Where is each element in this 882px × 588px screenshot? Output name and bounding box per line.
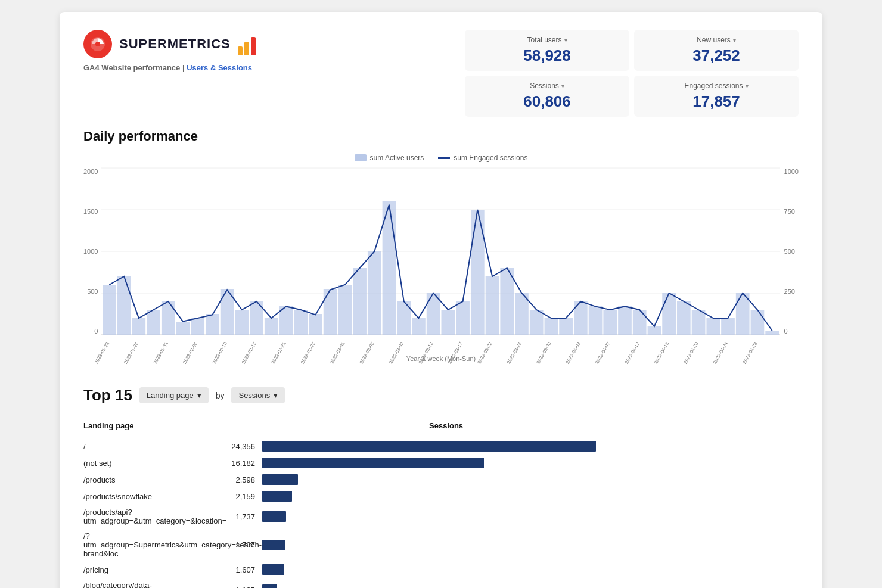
svg-rect-21: [309, 314, 323, 335]
svg-rect-38: [560, 318, 573, 335]
metric-new-users-dropdown-icon[interactable]: ▾: [733, 37, 736, 43]
top15-section: Top 15 Landing page ▾ by Sessions ▾ Land…: [83, 386, 799, 588]
metric-total-users-dropdown-icon[interactable]: ▾: [564, 37, 567, 43]
logo-text: SUPERMETRICS: [119, 36, 231, 52]
svg-rect-18: [265, 318, 278, 335]
landing-page-cell: /blog/category/data-analytics/visualizat…: [83, 581, 215, 588]
breadcrumb: GA4 Website performance | Users & Sessio…: [83, 63, 256, 72]
sessions-dropdown[interactable]: Sessions ▾: [231, 387, 285, 403]
top15-title: Top 15: [83, 386, 132, 405]
landing-page-cell: /products: [83, 475, 215, 484]
svg-rect-51: [751, 310, 765, 335]
svg-rect-34: [501, 268, 514, 335]
supermetrics-logo-icon: [83, 30, 112, 58]
svg-rect-12: [176, 322, 190, 335]
top15-table: Landing page Sessions /24,356(not set)16…: [83, 416, 799, 588]
table-row: /24,356: [83, 438, 799, 455]
svg-rect-30: [442, 310, 455, 335]
landing-page-cell: /products/snowflake: [83, 492, 215, 501]
svg-rect-44: [648, 326, 662, 335]
legend-line-swatch: [438, 157, 450, 159]
top15-header: Top 15 Landing page ▾ by Sessions ▾: [83, 386, 799, 405]
col-header-sessions: Sessions: [429, 421, 799, 430]
svg-rect-16: [235, 310, 249, 335]
metric-total-users: Total users ▾ 58,928: [465, 30, 629, 71]
svg-rect-9: [132, 318, 146, 335]
svg-rect-46: [677, 301, 691, 335]
svg-rect-14: [206, 314, 220, 335]
header: SUPERMETRICS GA4 Website performance | U…: [83, 30, 799, 117]
sessions-bar: [262, 540, 285, 550]
top15-rows: /24,356(not set)16,182/products2,598/pro…: [83, 438, 799, 588]
metric-engaged-sessions-label: Engaged sessions: [684, 82, 743, 90]
sessions-bar: [262, 584, 277, 588]
metric-total-users-label: Total users: [527, 36, 561, 44]
table-row: /products2,598: [83, 471, 799, 488]
sessions-value-cell: 1,105: [215, 586, 262, 589]
metric-new-users-value: 37,252: [644, 46, 789, 65]
svg-rect-37: [545, 318, 558, 335]
svg-rect-10: [147, 310, 161, 335]
by-text: by: [216, 391, 225, 400]
legend-bar-swatch: [355, 154, 367, 161]
svg-rect-42: [619, 306, 632, 335]
left-y-axis: 2000 1500 1000 500 0: [83, 168, 101, 335]
chart-bars-icon: [238, 33, 256, 55]
daily-performance-section: Daily performance sum Active users sum E…: [83, 129, 799, 362]
sessions-bar: [262, 511, 286, 522]
metric-new-users-label: New users: [697, 36, 731, 44]
sessions-bar: [262, 474, 298, 485]
svg-rect-47: [692, 310, 706, 335]
col-header-landing-page: Landing page: [83, 421, 429, 430]
metric-engaged-sessions-value: 17,857: [644, 92, 789, 111]
legend-engaged-sessions-label: sum Engaged sessions: [454, 154, 527, 162]
legend-active-users-label: sum Active users: [370, 154, 424, 162]
sessions-value-cell: 16,182: [215, 459, 262, 468]
svg-rect-52: [766, 331, 779, 335]
legend-engaged-sessions: sum Engaged sessions: [438, 154, 527, 162]
svg-rect-28: [412, 318, 426, 335]
metric-total-users-value: 58,928: [474, 46, 620, 65]
sessions-bar: [262, 491, 292, 502]
metrics-grid: Total users ▾ 58,928 New users ▾ 37,252 …: [465, 30, 799, 117]
chart-legend: sum Active users sum Engaged sessions: [83, 154, 799, 162]
svg-rect-33: [486, 276, 499, 335]
right-y-axis: 1000 750 500 250 0: [781, 168, 799, 335]
sessions-value-cell: 1,707: [215, 540, 262, 549]
svg-rect-36: [530, 310, 544, 335]
svg-rect-22: [324, 289, 337, 335]
table-row: /products/api?utm_adgroup=&utm_category=…: [83, 505, 799, 528]
table-row: /products/snowflake2,159: [83, 488, 799, 505]
svg-point-1: [95, 42, 100, 46]
svg-rect-31: [456, 301, 470, 335]
table-row: /pricing1,607: [83, 561, 799, 578]
metric-sessions: Sessions ▾ 60,806: [465, 76, 629, 117]
metric-sessions-dropdown-icon[interactable]: ▾: [561, 83, 564, 89]
sessions-bar: [262, 458, 484, 468]
chart-area: 2023-01-222023-01-262023-01-312023-02-06…: [101, 168, 780, 337]
chart-wrapper: 2000 1500 1000 500 0 2023-01-222023-01-2…: [83, 168, 799, 337]
daily-performance-title: Daily performance: [83, 129, 799, 144]
sessions-bar: [262, 441, 596, 452]
metric-new-users: New users ▾ 37,252: [634, 30, 799, 71]
svg-rect-43: [633, 310, 647, 335]
landing-page-cell: (not set): [83, 459, 215, 468]
landing-page-cell: /: [83, 442, 215, 451]
legend-active-users: sum Active users: [355, 154, 424, 162]
metric-engaged-sessions-dropdown-icon[interactable]: ▾: [746, 83, 749, 89]
svg-rect-8: [117, 276, 131, 335]
svg-rect-25: [368, 251, 381, 335]
svg-rect-7: [103, 285, 117, 335]
svg-rect-41: [604, 310, 617, 335]
svg-rect-20: [294, 310, 308, 335]
page-container: SUPERMETRICS GA4 Website performance | U…: [60, 12, 822, 588]
svg-rect-11: [162, 301, 175, 335]
sessions-value-cell: 2,598: [215, 475, 262, 484]
metric-engaged-sessions: Engaged sessions ▾ 17,857: [634, 76, 799, 117]
sessions-value-cell: 1,607: [215, 565, 262, 574]
logo-section: SUPERMETRICS GA4 Website performance | U…: [83, 30, 256, 72]
svg-rect-45: [663, 293, 676, 335]
landing-page-dropdown[interactable]: Landing page ▾: [139, 387, 209, 403]
svg-rect-40: [589, 306, 603, 335]
sessions-value-cell: 2,159: [215, 492, 262, 501]
